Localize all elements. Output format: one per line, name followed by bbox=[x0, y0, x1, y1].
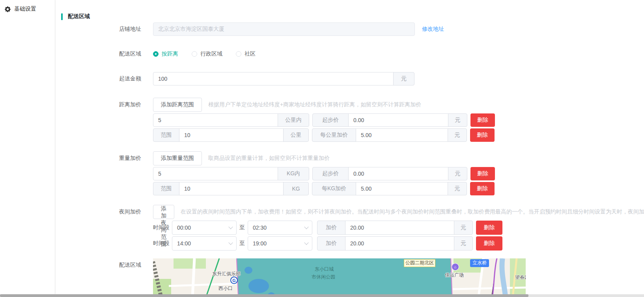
to-word: 至 bbox=[239, 240, 245, 247]
base-price-prefix: 起步价 bbox=[312, 167, 349, 180]
delete-night-row2-button[interactable]: 删除 bbox=[476, 236, 502, 251]
section-accent-bar bbox=[61, 13, 63, 20]
markup-prefix: 加价 bbox=[317, 221, 345, 235]
map-label: 配送区域 bbox=[55, 262, 153, 269]
per-km-price-input[interactable] bbox=[356, 128, 448, 142]
weight-range-unit: KG bbox=[283, 182, 309, 195]
radio-dot-icon bbox=[153, 51, 159, 57]
gear-icon bbox=[5, 6, 11, 12]
night-markup-label: 夜间加价 bbox=[55, 208, 153, 215]
weight-base-price-input[interactable] bbox=[348, 167, 448, 180]
distance-markup-label: 距离加价 bbox=[55, 101, 153, 108]
section-title: 配送区域 bbox=[68, 13, 90, 20]
time-range-label: 时间段 bbox=[153, 240, 170, 247]
price-unit: 元 bbox=[448, 167, 467, 180]
per-kg-price-input[interactable] bbox=[356, 182, 448, 195]
distance-range-input[interactable] bbox=[179, 128, 284, 142]
map-poi-park-north: 公园二期北区 bbox=[404, 259, 435, 267]
distance-row-2: 范围 公里 每公里加价 元 删除 bbox=[55, 128, 644, 142]
night1-price-input[interactable] bbox=[345, 221, 454, 235]
distance-hint: 根据用户下单定位地址经纬度+商家地址经纬度计算骑行距离，如留空则不计算距离加价 bbox=[208, 101, 421, 108]
map-poi-wangchun: 望春园 bbox=[515, 274, 526, 281]
delete-weight-row2-button[interactable]: 删除 bbox=[470, 182, 495, 195]
chevron-down-icon bbox=[228, 225, 233, 229]
min-amount-row: 起送金额 元 bbox=[55, 72, 644, 85]
delete-weight-row1-button[interactable]: 删除 bbox=[470, 167, 495, 180]
add-night-range-button[interactable]: 添加夜间范围 bbox=[153, 205, 174, 219]
map-row: 配送区域 bbox=[55, 258, 644, 294]
distance-base-price-input[interactable] bbox=[348, 113, 448, 127]
distance-row-1: 公里内 起步价 元 删除 bbox=[55, 113, 644, 127]
to-word: 至 bbox=[239, 224, 245, 231]
radio-by-distance[interactable]: 按距离 bbox=[153, 50, 178, 58]
night-row-2: 时间段 14:00 至 19:00 加价 元 删除 bbox=[55, 236, 644, 251]
night2-from-select[interactable]: 14:00 bbox=[172, 236, 237, 251]
delivery-area-map[interactable]: 东升汇俱乐部 G 西小口 东小口城 市休闲公园 公园二期北区 立水桥 ⌂ 佳运广… bbox=[153, 258, 526, 294]
radio-admin-region[interactable]: 行政区域 bbox=[192, 50, 222, 58]
subway-icon: G bbox=[230, 277, 238, 284]
range-prefix: 范围 bbox=[153, 182, 179, 195]
weight-within-input[interactable] bbox=[153, 167, 278, 180]
min-amount-label: 起送金额 bbox=[55, 75, 153, 82]
weight-within-unit: KG内 bbox=[278, 167, 309, 180]
price-unit: 元 bbox=[448, 113, 467, 127]
chevron-down-icon bbox=[304, 240, 308, 245]
radio-dot-icon bbox=[192, 51, 197, 57]
weight-markup-row: 重量加价 添加重量范围 取商品设置的重量计算，如留空则不计算重量加价 bbox=[55, 151, 644, 165]
area-mode-label: 配送区域 bbox=[55, 50, 153, 58]
distance-range-unit: 公里 bbox=[283, 128, 309, 142]
app-window: 基础设置 配送区域 店铺地址 修改地址 配送区域 按距离 行政区域 bbox=[0, 0, 644, 294]
weight-markup-label: 重量加价 bbox=[55, 155, 153, 162]
night1-from-select[interactable]: 00:00 bbox=[172, 221, 237, 235]
price-unit: 元 bbox=[454, 221, 473, 235]
sidebar-item-basic-settings[interactable]: 基础设置 bbox=[0, 2, 55, 16]
min-amount-unit: 元 bbox=[393, 72, 414, 85]
price-unit: 元 bbox=[448, 182, 467, 195]
radio-dot-icon bbox=[236, 51, 241, 57]
mall-icon: ⌂ bbox=[452, 263, 459, 271]
add-distance-range-button[interactable]: 添加距离范围 bbox=[153, 98, 202, 112]
store-address-input[interactable] bbox=[153, 22, 415, 36]
weight-range-input[interactable] bbox=[179, 182, 284, 195]
scrollbar-thumb[interactable] bbox=[0, 294, 528, 297]
add-weight-range-button[interactable]: 添加重量范围 bbox=[153, 151, 202, 165]
min-amount-input[interactable] bbox=[153, 72, 394, 85]
map-poi-jiayun: 佳运广场 bbox=[445, 272, 464, 278]
store-address-row: 店铺地址 修改地址 bbox=[55, 22, 644, 36]
weight-row-1: KG内 起步价 元 删除 bbox=[55, 167, 644, 180]
night-hint: 在设置的夜间时间范围内下单，加收费用！如留空，则不计算夜间加价。当配送时间与多个… bbox=[181, 208, 644, 215]
per-km-price-prefix: 每公里加价 bbox=[312, 128, 356, 142]
edit-address-link[interactable]: 修改地址 bbox=[422, 26, 444, 33]
weight-row-2: 范围 KG 每KG加价 元 删除 bbox=[55, 182, 644, 195]
range-prefix: 范围 bbox=[153, 128, 179, 142]
weight-hint: 取商品设置的重量计算，如留空则不计算重量加价 bbox=[208, 155, 330, 162]
sidebar: 基础设置 bbox=[0, 0, 55, 294]
night2-price-input[interactable] bbox=[345, 236, 454, 251]
map-poi-park-line2: 市休闲公园 bbox=[312, 274, 335, 280]
section-header: 配送区域 bbox=[61, 13, 644, 20]
map-poi-xixiaokou: 西小口 bbox=[218, 285, 233, 292]
night-row-1: 时间段 00:00 至 02:30 加价 元 删除 bbox=[55, 221, 644, 235]
price-unit: 元 bbox=[448, 128, 467, 142]
delete-distance-row1-button[interactable]: 删除 bbox=[470, 113, 495, 127]
delete-distance-row2-button[interactable]: 删除 bbox=[470, 128, 495, 142]
markup-prefix: 加价 bbox=[317, 236, 345, 251]
chevron-down-icon bbox=[304, 225, 308, 229]
distance-markup-row: 距离加价 添加距离范围 根据用户下单定位地址经纬度+商家地址经纬度计算骑行距离，… bbox=[55, 98, 644, 112]
horizontal-scrollbar[interactable] bbox=[0, 294, 644, 297]
price-unit: 元 bbox=[454, 236, 473, 251]
area-mode-row: 配送区域 按距离 行政区域 社区 bbox=[55, 50, 644, 58]
distance-within-unit: 公里内 bbox=[278, 113, 309, 127]
chevron-down-icon bbox=[228, 240, 233, 245]
night1-to-select[interactable]: 02:30 bbox=[248, 221, 312, 235]
map-poi-lishuiqiao: 立水桥 bbox=[470, 259, 489, 267]
sidebar-item-label: 基础设置 bbox=[14, 6, 36, 13]
night-markup-row: 夜间加价 添加夜间范围 在设置的夜间时间范围内下单，加收费用！如留空，则不计算夜… bbox=[55, 205, 644, 219]
night2-to-select[interactable]: 19:00 bbox=[248, 236, 312, 251]
delete-night-row1-button[interactable]: 删除 bbox=[476, 221, 502, 235]
radio-community[interactable]: 社区 bbox=[236, 50, 256, 58]
map-poi-park-line1: 东小口城 bbox=[315, 266, 334, 273]
time-range-label: 时间段 bbox=[153, 224, 170, 231]
distance-within-input[interactable] bbox=[153, 113, 278, 127]
per-kg-price-prefix: 每KG加价 bbox=[312, 182, 356, 195]
